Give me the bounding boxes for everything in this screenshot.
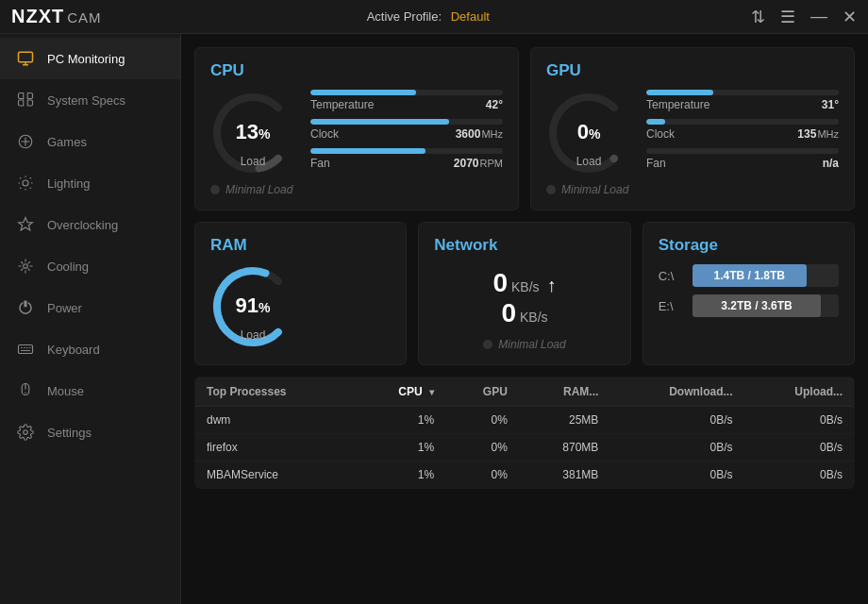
gpu-inner: 0% Load Temperature 31° — [546, 90, 839, 176]
ram-widget: RAM 91% Load — [194, 222, 407, 365]
sidebar-label-mouse: Mouse — [47, 384, 84, 398]
titlebar: NZXTCAM Active Profile: Default ⇅ ☰ — ✕ — [0, 0, 868, 34]
minimize-button[interactable]: — — [810, 7, 827, 26]
ram-gauge: 91% Load — [210, 264, 295, 349]
storage-e-row: E:\ 3.2TB / 3.6TB — [659, 294, 839, 317]
cpu-temp-value: 42° — [486, 98, 503, 111]
network-up-arrow-icon: ↑ — [547, 275, 557, 296]
minimal-dot-network-icon — [483, 340, 492, 349]
process-gpu: 0% — [445, 461, 519, 489]
active-profile-label: Active Profile: — [367, 9, 442, 24]
process-cpu: 1% — [355, 407, 445, 434]
cpu-minimal-load: Minimal Load — [210, 183, 503, 196]
keyboard-icon — [15, 339, 36, 360]
process-name: dwm — [195, 407, 356, 434]
sidebar-item-keyboard[interactable]: Keyboard — [0, 328, 180, 370]
cpu-fan-label: Fan — [310, 157, 330, 170]
process-name: firefox — [195, 434, 356, 461]
network-down-unit: KB/s — [511, 279, 540, 294]
sidebar-item-games[interactable]: Games — [0, 121, 180, 162]
sidebar-label-pc-monitoring: PC Monitoring — [47, 52, 125, 66]
sidebar-item-mouse[interactable]: Mouse — [0, 370, 180, 411]
sidebar-item-power[interactable]: Power — [0, 287, 180, 328]
storage-widget-title: Storage — [659, 236, 839, 255]
power-icon — [15, 297, 36, 318]
bottom-widgets-row: RAM 91% Load Network — [194, 222, 855, 365]
sidebar-label-games: Games — [47, 135, 87, 149]
sidebar-item-overclocking[interactable]: Overclocking — [0, 204, 180, 245]
process-download: 0B/s — [609, 434, 743, 461]
network-widget: Network 0KB/s ↑ 0KB/s Minimal Load — [418, 222, 630, 365]
specs-icon — [15, 90, 36, 110]
cpu-clock-value: 3600MHz — [456, 127, 503, 141]
gpu-load-pct: 0 — [577, 119, 589, 143]
gpu-minimal-load: Minimal Load — [546, 183, 839, 196]
sidebar-label-lighting: Lighting — [47, 176, 91, 191]
games-icon — [15, 131, 36, 152]
main-content: CPU 13% Load — [181, 34, 868, 604]
cooling-icon — [15, 256, 36, 277]
storage-e-fill: 3.2TB / 3.6TB — [693, 294, 822, 317]
profile-switch-icon[interactable]: ⇅ — [751, 7, 765, 27]
storage-c-bar: 1.4TB / 1.8TB — [693, 264, 839, 287]
process-ram: 870MB — [519, 434, 610, 461]
col-ram: RAM... — [519, 378, 610, 407]
col-download: Download... — [609, 378, 743, 407]
cpu-clock-bar — [310, 119, 449, 125]
cpu-fan-value: 2070RPM — [454, 157, 503, 170]
table-row: dwm 1% 0% 25MB 0B/s 0B/s — [195, 407, 855, 434]
sidebar-item-cooling[interactable]: Cooling — [0, 245, 180, 287]
gpu-fan-row: Fan n/a — [646, 148, 839, 170]
gpu-clock-value: 135MHz — [797, 127, 839, 141]
close-button[interactable]: ✕ — [843, 7, 857, 27]
storage-e-value: 3.2TB / 3.6TB — [721, 299, 792, 312]
cpu-widget-title: CPU — [210, 61, 503, 80]
col-cpu[interactable]: CPU ▾ — [355, 378, 445, 407]
svg-point-6 — [24, 430, 28, 435]
sidebar-item-settings[interactable]: Settings — [0, 411, 180, 453]
logo-text: NZXT — [11, 6, 64, 26]
gpu-temp-value: 31° — [822, 98, 839, 111]
menu-icon[interactable]: ☰ — [780, 7, 795, 27]
gpu-stats: Temperature 31° Clock 135MHz — [646, 90, 839, 176]
window-controls: ⇅ ☰ — ✕ — [751, 7, 857, 27]
minimal-dot-icon — [210, 185, 220, 194]
sidebar-label-cooling: Cooling — [47, 260, 89, 274]
gpu-temp-row: Temperature 31° — [646, 90, 839, 111]
cpu-temp-label: Temperature — [310, 98, 374, 111]
sidebar-item-system-specs[interactable]: System Specs — [0, 79, 180, 121]
top-widgets-row: CPU 13% Load — [194, 47, 855, 210]
network-up-value: 0 — [501, 298, 516, 328]
cpu-load-value: 13% — [236, 119, 271, 143]
processes-table: Top Processes CPU ▾ GPU RAM... Download.… — [194, 377, 855, 489]
gpu-load-value: 0% — [577, 119, 601, 143]
gpu-widget: GPU 0% Load — [530, 47, 855, 210]
network-up-row: 0KB/s — [501, 298, 547, 328]
sidebar-item-lighting[interactable]: Lighting — [0, 162, 180, 204]
profile-name: Default — [451, 9, 490, 24]
cpu-sort-icon: ▾ — [429, 387, 434, 397]
cpu-clock-label: Clock — [310, 127, 339, 141]
table-row: MBAMService 1% 0% 381MB 0B/s 0B/s — [195, 461, 855, 489]
logo-sub: CAM — [67, 9, 101, 25]
table-row: firefox 1% 0% 870MB 0B/s 0B/s — [195, 434, 855, 461]
process-upload: 0B/s — [744, 461, 855, 489]
gpu-clock-label: Clock — [646, 127, 675, 141]
cpu-temp-bar — [310, 90, 416, 95]
process-name: MBAMService — [195, 461, 356, 489]
cpu-load-label: Load — [241, 155, 266, 168]
network-widget-title: Network — [434, 236, 614, 255]
gpu-temp-label: Temperature — [646, 98, 709, 111]
overclocking-icon — [15, 214, 36, 235]
settings-icon — [15, 422, 36, 443]
svg-rect-3 — [19, 345, 33, 354]
process-cpu: 1% — [355, 434, 445, 461]
gpu-load-label: Load — [576, 155, 602, 168]
storage-e-bar: 3.2TB / 3.6TB — [693, 294, 839, 317]
gpu-gauge: 0% Load — [546, 91, 631, 176]
svg-point-5 — [25, 393, 26, 394]
sidebar-item-pc-monitoring[interactable]: PC Monitoring — [0, 38, 180, 79]
network-minimal-load: Minimal Load — [483, 338, 565, 351]
ram-load-value: 91% — [236, 294, 271, 318]
gpu-widget-title: GPU — [546, 61, 839, 80]
